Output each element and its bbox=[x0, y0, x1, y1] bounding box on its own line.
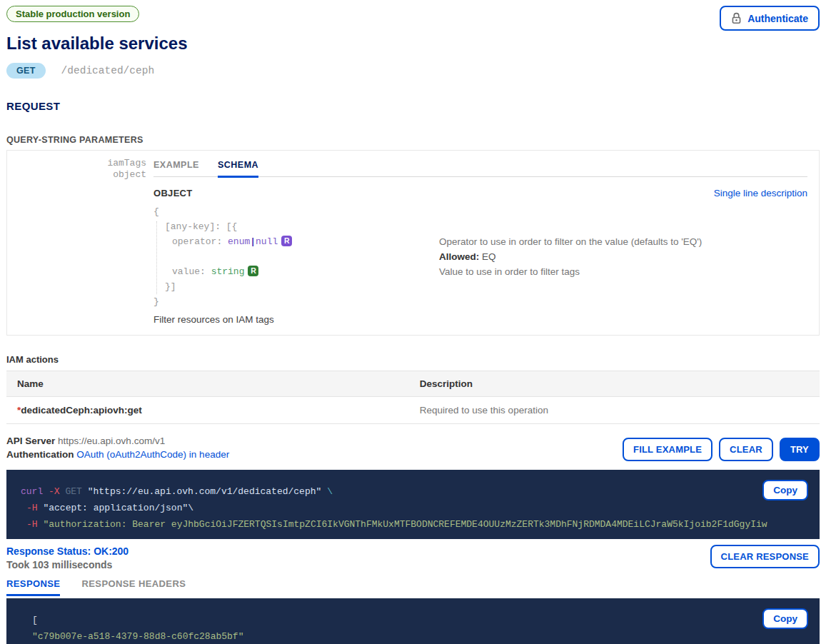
schema-body: { [any-key]: [{ operator: enum|nullR val… bbox=[153, 204, 807, 309]
required-badge-value: R bbox=[248, 266, 258, 276]
fill-example-button[interactable]: FILL EXAMPLE bbox=[623, 438, 712, 461]
operator-description: Operator to use in order to filter on th… bbox=[439, 234, 807, 249]
api-server-line: API Server https://eu.api.ovh.com/v1 bbox=[6, 434, 229, 448]
response-line-2: "c79b007e-a518-4379-88d8-c60fc28ab5bf" bbox=[21, 628, 805, 644]
param-detail: EXAMPLE SCHEMA OBJECT Single line descri… bbox=[153, 151, 819, 335]
endpoint-row: GET /dedicated/ceph bbox=[6, 63, 820, 79]
copy-curl-button[interactable]: Copy bbox=[762, 480, 808, 500]
curl-code-block: Copy curl -X GET "https://eu.api.ovh.com… bbox=[6, 470, 820, 539]
code-line-blank bbox=[153, 249, 439, 264]
iam-action-name-cell: *dedicatedCeph:apiovh:get bbox=[6, 397, 409, 424]
schema-descriptions: Operator to use in order to filter on th… bbox=[439, 234, 807, 309]
code-line: [any-key]: [{ bbox=[153, 219, 439, 234]
value-description: Value to use in order to filter tags bbox=[439, 264, 807, 279]
iam-actions-heading: IAM actions bbox=[6, 354, 820, 365]
value-type-string: string bbox=[211, 266, 245, 277]
curl-command: curl bbox=[21, 486, 43, 497]
param-identity: iamTags object bbox=[7, 151, 153, 335]
tab-response-headers[interactable]: RESPONSE HEADERS bbox=[81, 578, 186, 596]
curl-line-1: curl -X GET "https://eu.api.ovh.com/v1/d… bbox=[21, 483, 805, 500]
indent-guide bbox=[156, 221, 157, 294]
clear-button[interactable]: CLEAR bbox=[719, 438, 773, 461]
query-param-panel: iamTags object EXAMPLE SCHEMA OBJECT Sin… bbox=[6, 150, 820, 336]
column-header-description: Description bbox=[409, 371, 820, 397]
response-tabs: RESPONSE RESPONSE HEADERS bbox=[6, 578, 820, 596]
tab-example[interactable]: EXAMPLE bbox=[153, 160, 199, 176]
api-server-url: https://eu.api.ovh.com/v1 bbox=[58, 436, 165, 446]
json-open-bracket: [ bbox=[32, 615, 38, 625]
code-line: } bbox=[153, 294, 439, 309]
param-name: iamTags bbox=[7, 158, 146, 169]
iam-table-header-row: Name Description bbox=[6, 371, 820, 397]
authorization-header: "authorization: Bearer eyJhbGciOiJFZERTQ… bbox=[43, 519, 767, 530]
clear-response-button[interactable]: CLEAR RESPONSE bbox=[710, 545, 820, 568]
code-line: }] bbox=[153, 279, 439, 294]
http-method-badge: GET bbox=[6, 63, 46, 79]
response-status: Response Status: OK:200 bbox=[6, 545, 129, 558]
allowed-values-line: Allowed: EQ bbox=[439, 249, 807, 264]
page-title: List available services bbox=[6, 34, 820, 54]
response-code-block: Copy [ "c79b007e-a518-4379-88d8-c60fc28a… bbox=[6, 598, 820, 644]
column-header-name: Name bbox=[6, 371, 409, 397]
value-key: value: bbox=[172, 266, 206, 277]
api-server-info: API Server https://eu.api.ovh.com/v1 Aut… bbox=[6, 434, 229, 461]
authenticate-button[interactable]: Authenticate bbox=[720, 6, 820, 31]
single-line-description-toggle[interactable]: Single line description bbox=[714, 188, 807, 198]
api-server-label: API Server bbox=[6, 436, 55, 446]
operator-type-enum: enum bbox=[228, 236, 250, 247]
operator-key: operator: bbox=[172, 236, 222, 247]
response-status-info: Response Status: OK:200 Took 103 millise… bbox=[6, 545, 129, 572]
schema-object-heading: OBJECT bbox=[153, 188, 193, 198]
param-description: Filter resources on IAM tags bbox=[153, 314, 807, 335]
authenticate-label: Authenticate bbox=[747, 13, 808, 24]
code-line-operator: operator: enum|nullR bbox=[153, 234, 439, 249]
code-line-value: value: stringR bbox=[153, 264, 439, 279]
curl-x-flag: -X bbox=[49, 486, 60, 497]
authentication-label: Authentication bbox=[6, 449, 74, 460]
curl-h-flag: -H bbox=[26, 519, 38, 530]
line-continuation: \ bbox=[188, 503, 193, 513]
operator-type-null: null bbox=[256, 236, 278, 247]
service-id-value: "c79b007e-a518-4379-88d8-c60fc28ab5bf" bbox=[32, 631, 243, 642]
tab-schema[interactable]: SCHEMA bbox=[218, 160, 258, 178]
schema-header-row: OBJECT Single line description bbox=[153, 188, 807, 198]
iam-actions-table: Name Description *dedicatedCeph:apiovh:g… bbox=[6, 371, 820, 424]
curl-line-3: -H "authorization: Bearer eyJhbGciOiJFZE… bbox=[21, 516, 805, 533]
accept-header: "accept: application/json" bbox=[43, 503, 188, 513]
query-params-heading: QUERY-STRING PARAMETERS bbox=[6, 135, 820, 145]
copy-response-button[interactable]: Copy bbox=[762, 608, 808, 629]
endpoint-path: /dedicated/ceph bbox=[61, 65, 155, 76]
tab-response[interactable]: RESPONSE bbox=[6, 578, 60, 596]
response-status-row: Response Status: OK:200 Took 103 millise… bbox=[6, 545, 820, 572]
api-console-page: Stable production version Authenticate L… bbox=[0, 0, 826, 644]
response-line-1: [ bbox=[21, 612, 805, 628]
api-server-row: API Server https://eu.api.ovh.com/v1 Aut… bbox=[6, 434, 820, 461]
lock-icon bbox=[731, 12, 742, 24]
required-badge-operator: R bbox=[281, 236, 292, 246]
version-badge: Stable production version bbox=[6, 6, 139, 22]
curl-method: GET bbox=[65, 486, 81, 497]
code-line: { bbox=[153, 204, 439, 219]
oauth-link[interactable]: OAuth (oAuth2AuthCode) in header bbox=[76, 449, 229, 460]
line-continuation: \ bbox=[327, 486, 333, 497]
curl-url: "https://eu.api.ovh.com/v1/dedicated/cep… bbox=[88, 486, 322, 497]
iam-action-description: Required to use this operation bbox=[409, 397, 820, 424]
request-action-buttons: FILL EXAMPLE CLEAR TRY bbox=[623, 438, 820, 461]
schema-code-block: { [any-key]: [{ operator: enum|nullR val… bbox=[153, 204, 439, 309]
allowed-value: EQ bbox=[482, 251, 496, 262]
request-section-heading: REQUEST bbox=[6, 100, 820, 112]
try-button[interactable]: TRY bbox=[780, 438, 820, 461]
type-separator: | bbox=[250, 236, 256, 247]
param-type: object bbox=[7, 169, 146, 181]
curl-line-2: -H "accept: application/json"\ bbox=[21, 500, 805, 516]
allowed-label: Allowed: bbox=[439, 251, 479, 262]
curl-h-flag: -H bbox=[26, 503, 38, 513]
iam-action-name: dedicatedCeph:apiovh:get bbox=[21, 405, 142, 416]
schema-tabs: EXAMPLE SCHEMA bbox=[153, 151, 807, 177]
top-bar: Stable production version Authenticate bbox=[6, 6, 820, 31]
table-row: *dedicatedCeph:apiovh:get Required to us… bbox=[6, 397, 820, 424]
authentication-line: Authentication OAuth (oAuth2AuthCode) in… bbox=[6, 448, 229, 461]
response-duration: Took 103 milliseconds bbox=[6, 558, 129, 572]
